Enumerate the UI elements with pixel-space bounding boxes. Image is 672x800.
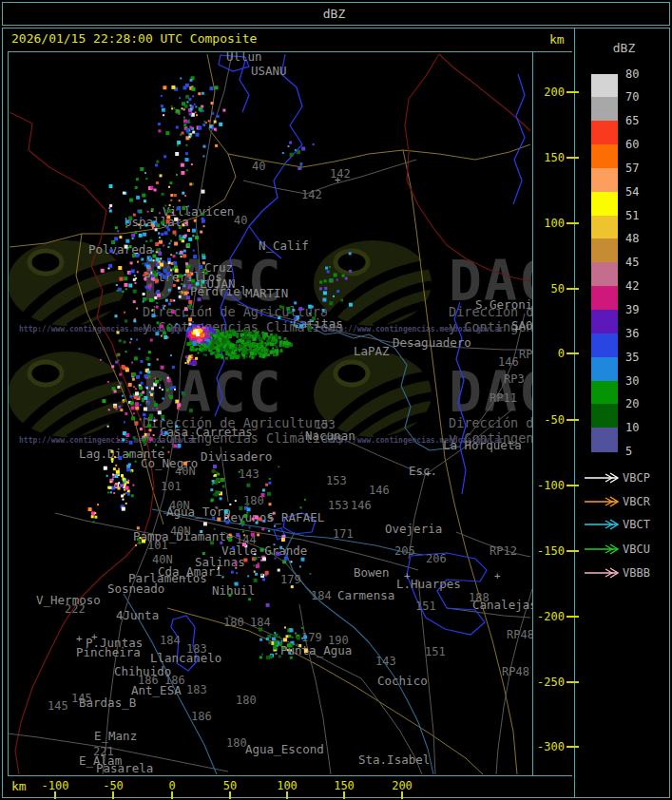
- legend-level-label: 36: [625, 327, 663, 340]
- map-road-label: 153: [328, 499, 349, 512]
- map-road-label: 101: [161, 480, 182, 493]
- map-road-label: 153: [326, 474, 347, 487]
- map-road-label: 143: [375, 655, 396, 668]
- legend-swatch: [591, 97, 618, 121]
- legend-level-label: 42: [625, 279, 663, 293]
- station-cross-marker: +: [335, 174, 341, 186]
- y-axis-tick: [566, 681, 579, 683]
- map-road-label: RP48: [507, 628, 532, 641]
- legend-swatch: [591, 262, 618, 286]
- x-axis-unit-label: km: [11, 779, 27, 793]
- x-axis-tick-label: 0: [151, 779, 193, 792]
- legend-level-label: 51: [625, 209, 663, 222]
- map-road-label: 188: [469, 591, 490, 604]
- map-place-label: Ullun: [226, 52, 262, 64]
- map-place-label: Agua_Escond: [245, 742, 324, 756]
- x-axis-tick-label: 100: [266, 779, 308, 792]
- y-axis-tick: [566, 288, 579, 290]
- map-place-label: S.Geronimo: [475, 297, 532, 312]
- station-cross-marker: +: [404, 570, 411, 582]
- map-road-label: 180: [236, 694, 257, 707]
- x-axis-tick-label: -50: [92, 779, 134, 792]
- map-place-label: Bowen: [354, 565, 390, 580]
- map-road-label: 40N: [169, 499, 190, 512]
- vector-label: VBCU: [623, 543, 650, 556]
- x-axis-tick: [401, 791, 403, 799]
- dacc-watermark: DACCDirección de Agriculturay Contingenc…: [314, 240, 532, 334]
- legend-swatch: [591, 192, 618, 216]
- x-axis-tick: [171, 791, 173, 799]
- map-frame-bottom-extension: [532, 775, 572, 776]
- y-axis-tick-label: 50: [534, 282, 565, 295]
- map-road-label: RP48: [502, 665, 529, 678]
- legend-level-label: 54: [625, 185, 663, 199]
- legend-swatch: [591, 357, 618, 381]
- legend-level-label: 20: [625, 397, 663, 410]
- legend-level-label: 45: [625, 256, 663, 269]
- station-cross-marker: +: [76, 633, 83, 645]
- window-title: dBZ: [0, 2, 668, 26]
- watermark-url: http://www.contingencias.mendoza.gov.ar: [19, 324, 198, 333]
- map-road-label: 171: [333, 527, 354, 541]
- y-axis-tick-label: -250: [534, 676, 565, 689]
- legend-level-label: 39: [625, 303, 663, 316]
- map-road-label: 186: [191, 710, 212, 723]
- legend-level-label: 70: [625, 90, 663, 104]
- station-cross-marker: +: [513, 323, 520, 335]
- map-road-label: 180: [223, 616, 244, 629]
- y-axis-tick: [566, 222, 579, 224]
- map-road-label: 40: [252, 160, 265, 173]
- y-axis-tick: [566, 616, 579, 618]
- y-axis-tick-label: -200: [534, 610, 565, 623]
- radar-map: DACCDirección de Agriculturay Contingenc…: [9, 52, 532, 775]
- vector-label: VBBB: [623, 566, 650, 580]
- map-road-label: 184: [160, 634, 181, 647]
- x-axis-tick-label: 50: [209, 779, 251, 792]
- map-frame-top-extension: [532, 51, 572, 52]
- map-road-label: 40: [234, 214, 247, 227]
- map-road-label: 180: [226, 736, 247, 750]
- map-road-label: 184: [311, 589, 332, 602]
- x-axis-tick-label: 200: [381, 779, 423, 792]
- map-place-label: Nihuil: [212, 583, 255, 598]
- legend-title: dBZ: [578, 41, 670, 55]
- legend-level-label: 65: [625, 114, 663, 127]
- timestamp-label: 2026/01/15 22:28:00 UTC Composite: [11, 31, 257, 46]
- legend-swatch: [591, 333, 618, 357]
- vector-label: VBCP: [623, 471, 650, 485]
- map-road-label: 205: [394, 544, 415, 558]
- legend-level-label: 80: [625, 67, 663, 81]
- station-cross-marker: +: [91, 631, 98, 643]
- map-place-label: LaPAZ: [354, 344, 390, 358]
- map-road-label: 40N: [152, 553, 173, 566]
- vector-arrow-icon: [583, 566, 624, 580]
- y-axis-tick-label: -300: [534, 740, 565, 753]
- watermark-line1: Dirección de Agricultura: [449, 415, 532, 430]
- map-road-label: 142: [301, 188, 322, 201]
- map-place-label: Catitas: [293, 316, 343, 331]
- map-place-label: Sta.Isabel: [358, 752, 430, 767]
- map-road-label: 146: [498, 355, 519, 369]
- legend-swatch: [591, 238, 618, 262]
- legend-swatch: [591, 310, 618, 333]
- legend-level-label: 30: [625, 374, 663, 388]
- vector-arrow-icon: [583, 543, 624, 556]
- vector-label: VBCR: [623, 495, 650, 508]
- y-axis-tick: [566, 550, 579, 552]
- map-road-label: 183: [186, 683, 207, 696]
- map-road-label: 186: [164, 674, 185, 687]
- map-place-label: LUJAN: [200, 276, 236, 291]
- map-place-label: S_RAFAEL: [267, 510, 324, 524]
- map-road-label: 146: [351, 499, 372, 512]
- legend-level-label: 35: [625, 351, 663, 364]
- legend-swatch: [591, 121, 618, 144]
- legend-swatch: [591, 168, 618, 192]
- map-place-label: N_Calif: [259, 238, 309, 253]
- vector-arrow-icon: [583, 518, 624, 531]
- x-axis-tick-label: 150: [323, 779, 365, 792]
- map-road-label: 40N: [175, 465, 196, 478]
- legend-swatch: [591, 216, 618, 239]
- map-road-label: 206: [426, 552, 447, 565]
- map-place-label: Casa_Carretas: [160, 425, 253, 439]
- vector-arrow-icon: [583, 495, 624, 508]
